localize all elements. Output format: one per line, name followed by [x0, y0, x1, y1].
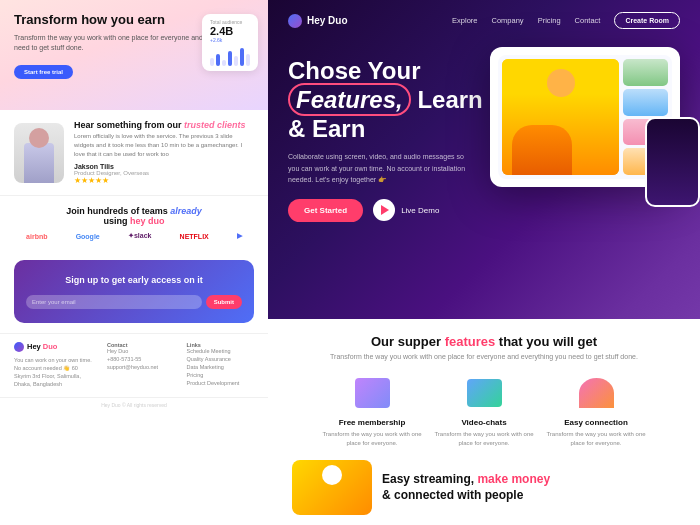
nav-links: Explore Company Pricing Contact Create R… — [452, 12, 680, 29]
membership-icon — [355, 378, 390, 408]
mini-chart — [210, 46, 250, 66]
feature-card-membership: Free membership Transform the way you wo… — [322, 374, 422, 448]
logo-netflix: NETFLIX — [180, 233, 209, 240]
chart-bar — [246, 54, 250, 66]
testimonial-text: Hear something from our trusted clients … — [74, 120, 254, 185]
star-rating: ★★★★★ — [74, 176, 254, 185]
right-navbar: Hey Duo Explore Company Pricing Contact … — [268, 0, 700, 37]
side-video-2 — [623, 89, 668, 116]
nav-brand-name: Hey Duo — [307, 15, 348, 26]
chart-bar — [234, 56, 238, 66]
features-subtitle: Transform the way you work with one plac… — [288, 352, 680, 363]
feature-connect-name: Easy connection — [546, 418, 646, 427]
right-panel: Hey Duo Explore Company Pricing Contact … — [268, 0, 700, 525]
nav-link-contact[interactable]: Contact — [575, 16, 601, 25]
teams-title: Join hundreds of teams already using hey… — [14, 206, 254, 226]
free-trial-button[interactable]: Start free trial — [14, 65, 73, 79]
testimonial-author: Jakson Tilis — [74, 163, 254, 170]
feature-membership-desc: Transform the way you work with one plac… — [322, 430, 422, 448]
footer-contact-item: Hey Duo — [107, 348, 175, 354]
easy-connection-icon — [579, 378, 614, 408]
footer-brand: Hey Duo — [14, 342, 95, 352]
connect-icon-wrap — [577, 374, 615, 412]
feature-membership-name: Free membership — [322, 418, 422, 427]
nav-brand: Hey Duo — [288, 14, 348, 28]
video-icon-wrap — [465, 374, 503, 412]
main-video-feed — [502, 59, 619, 175]
hero-headline: Chose Your Features, Learn & Earn — [288, 57, 488, 143]
side-video-1 — [623, 59, 668, 86]
live-demo-button[interactable]: Live Demo — [373, 199, 439, 221]
play-icon — [373, 199, 395, 221]
logo-row: airbnb Google ✦slack NETFLIX ▶ — [14, 232, 254, 240]
left-footer: Hey Duo You can work on your own time. N… — [0, 333, 268, 397]
feature-video-desc: Transform the way you work with one plac… — [434, 430, 534, 448]
testimonial-heading: Hear something from our trusted clients — [74, 120, 254, 130]
left-hero-section: Transform how you earn Transform the way… — [0, 0, 268, 110]
signup-section: Sign up to get early access on it Submit — [14, 260, 254, 323]
signup-title: Sign up to get early access on it — [26, 274, 242, 287]
nav-brand-icon — [288, 14, 302, 28]
chart-bar — [216, 54, 220, 66]
logo-airbnb: airbnb — [26, 233, 47, 240]
footer-link-schedule[interactable]: Schedule Meeting — [187, 348, 255, 354]
get-started-button[interactable]: Get Started — [288, 199, 363, 222]
chart-bar — [228, 51, 232, 66]
nav-link-explore[interactable]: Explore — [452, 16, 477, 25]
nav-link-company[interactable]: Company — [492, 16, 524, 25]
stats-box: Total audience 2.4B +2.6k — [202, 14, 258, 71]
video-chats-icon — [467, 379, 502, 407]
feature-card-connect: Easy connection Transform the way you wo… — [546, 374, 646, 448]
play-triangle-icon — [381, 205, 389, 215]
logo-google: Google — [76, 233, 100, 240]
logo-slack: ✦slack — [128, 232, 152, 240]
footer-brand-col: Hey Duo You can work on your own time. N… — [14, 342, 95, 389]
device-mockup — [490, 47, 690, 197]
feature-card-video: Video-chats Transform the way you work w… — [434, 374, 534, 448]
footer-contact-col: Contact Hey Duo +880-5731-55 support@hey… — [107, 342, 175, 389]
hero-subtitle: Collaborate using screen, video, and aud… — [288, 151, 468, 185]
streaming-text: Easy streaming, make money & connected w… — [382, 472, 550, 503]
features-grid: Free membership Transform the way you wo… — [288, 374, 680, 448]
chart-bar — [210, 58, 214, 66]
footer-link-data[interactable]: Data Marketing — [187, 364, 255, 370]
chart-bar — [240, 48, 244, 66]
person-avatar — [14, 123, 64, 183]
streaming-row: Easy streaming, make money & connected w… — [288, 460, 680, 515]
right-hero: Chose Your Features, Learn & Earn Collab… — [268, 37, 700, 222]
footer-links-col: Links Schedule Meeting Quality Assurance… — [187, 342, 255, 389]
footer-link-pricing[interactable]: Pricing — [187, 372, 255, 378]
video-person — [502, 59, 619, 175]
membership-icon-wrap — [353, 374, 391, 412]
logo-extra: ▶ — [237, 232, 242, 240]
stats-sub: +2.6k — [210, 37, 250, 43]
features-section: Our supper features that you will get Tr… — [268, 319, 700, 526]
footer-link-product[interactable]: Product Development — [187, 380, 255, 386]
left-panel: Transform how you earn Transform the way… — [0, 0, 268, 525]
nav-link-pricing[interactable]: Pricing — [538, 16, 561, 25]
testimonial-section: Hear something from our trusted clients … — [0, 110, 268, 196]
footer-address: You can work on your own time. No accoun… — [14, 356, 95, 389]
footer-link-qa[interactable]: Quality Assurance — [187, 356, 255, 362]
email-input[interactable] — [26, 295, 202, 309]
features-word: Features, — [288, 83, 411, 116]
signup-form: Submit — [26, 295, 242, 309]
teams-section: Join hundreds of teams already using hey… — [0, 196, 268, 250]
features-title: Our supper features that you will get — [288, 334, 680, 349]
testimonial-body: Lorem officially is love with the servic… — [74, 132, 254, 159]
feature-video-name: Video-chats — [434, 418, 534, 427]
feature-connect-desc: Transform the way you work with one plac… — [546, 430, 646, 448]
streaming-thumbnail — [292, 460, 372, 515]
signup-button[interactable]: Submit — [206, 295, 242, 309]
brand-dot-icon — [14, 342, 24, 352]
hero-buttons: Get Started Live Demo — [288, 199, 680, 222]
chart-bar — [222, 60, 226, 66]
footer-brand-name: Hey Duo — [27, 342, 57, 351]
footer-contact-phone: +880-5731-55 — [107, 356, 175, 362]
phone-overlay — [645, 117, 700, 207]
footer-copyright: Hey Duo © All rights reserved — [0, 397, 268, 412]
stats-number: 2.4B — [210, 25, 250, 37]
create-room-button[interactable]: Create Room — [614, 12, 680, 29]
footer-contact-email: support@heyduo.net — [107, 364, 175, 370]
